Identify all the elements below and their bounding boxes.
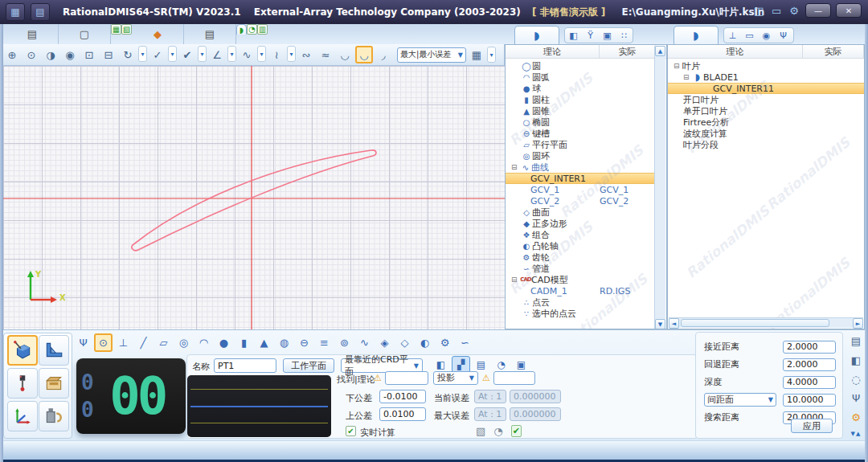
geometry-tool-icon[interactable]: ◇ (395, 333, 414, 352)
error-mode-dropdown[interactable]: 最大|最小误差▼ (397, 47, 466, 63)
view-tool-icon[interactable]: ▾ (257, 46, 266, 62)
toolbox-button[interactable] (39, 368, 69, 399)
action-icon[interactable]: ◔ (493, 425, 502, 437)
view-tool-icon[interactable]: ◉ (61, 46, 79, 63)
minitab-icon[interactable]: Ÿ (582, 31, 599, 41)
side-icon[interactable]: ▤ (851, 335, 861, 347)
scroll-left-icon[interactable]: ◄ (669, 318, 679, 329)
view-tool-icon[interactable]: ▾ (287, 46, 296, 62)
theory-column-header[interactable]: 理论 (668, 45, 803, 58)
view-tool-icon[interactable]: ✔ (178, 46, 196, 63)
view-tool-icon[interactable]: ◑ (42, 46, 59, 63)
geometry-tool-icon[interactable]: ⊚ (335, 333, 354, 352)
chevron-down-icon[interactable]: ▼ (768, 396, 773, 403)
tree-row[interactable]: ▮ 圆柱 (506, 94, 657, 105)
geometry-tool-icon[interactable]: ◐ (416, 333, 434, 352)
axes-button[interactable] (7, 401, 38, 431)
ribbon-tab[interactable]: ▧ (121, 24, 132, 35)
horizontal-scrollbar[interactable]: ◄ ► (669, 317, 863, 328)
tree-row[interactable]: 单开口叶片 (668, 105, 864, 117)
view-tool-icon[interactable]: ≀ (268, 46, 285, 63)
tree-row[interactable]: ◆ 正多边形 (506, 218, 657, 229)
realtime-checkbox[interactable]: ✔ (346, 426, 356, 436)
view-tool-icon[interactable]: ◡ (336, 46, 354, 63)
view-tool-icon[interactable]: ▾ (168, 46, 177, 62)
scrollbar-thumb[interactable] (681, 319, 829, 327)
action-icon[interactable]: ✔ (511, 425, 522, 437)
view-tool-icon[interactable]: ◞ (375, 46, 392, 63)
mode-tab-icon[interactable]: ◧ (432, 356, 450, 373)
tree-row[interactable]: ⚙ 齿轮 (506, 251, 657, 263)
side-icon[interactable]: ◌ (851, 374, 860, 386)
tree-row[interactable]: GCV_2 GCV_2 (506, 195, 657, 206)
minitab-icon[interactable]: ◧ (565, 31, 582, 41)
monitor-link-icon[interactable]: ▭ (770, 5, 783, 17)
blade-tree-tab[interactable]: ◗ (674, 26, 719, 44)
view-tool-icon[interactable]: ∿ (238, 46, 256, 63)
tree-row[interactable]: ◠ 圆弧 (506, 72, 657, 83)
vertical-scrollbar[interactable]: ▲ ▼ (654, 46, 665, 329)
ribbon-tab[interactable]: ▤ (6, 24, 59, 44)
dropdown-arrow[interactable]: ▾ (487, 47, 496, 63)
actual-column-header[interactable]: 实际 (600, 45, 656, 58)
view-tool-icon[interactable]: ◡ (355, 46, 373, 63)
geometry-tool-icon[interactable]: ≡ (315, 333, 334, 352)
tree-row[interactable]: ◐ 凸轮轴 (506, 240, 657, 251)
expander-icon[interactable]: ⊟ (511, 163, 520, 171)
lower-tolerance-input[interactable]: -0.0100 (379, 390, 426, 403)
app-icon[interactable]: ▦ (6, 3, 25, 21)
tree-row[interactable]: ◇ 曲面 (506, 206, 657, 218)
tree-row[interactable]: ● 球 (506, 83, 657, 94)
tree-row[interactable]: ∵ 选中的点云 (506, 308, 657, 319)
expander-icon[interactable]: ⊟ (683, 73, 692, 81)
theory-column-header[interactable]: 理论 (506, 45, 600, 58)
geometry-tool-icon[interactable]: ⊥ (114, 333, 133, 352)
joystick-icon[interactable]: ◫ (752, 5, 765, 17)
scroll-right-icon[interactable]: ► (853, 318, 863, 329)
tree-row[interactable]: ∽ 管道 (506, 263, 657, 274)
minitab-icon[interactable]: ∷ (616, 31, 633, 41)
action-icon[interactable]: ▧ (476, 425, 485, 437)
ribbon-tab[interactable]: ◆ (132, 24, 184, 44)
view-tool-icon[interactable]: ≈ (317, 46, 334, 63)
scroll-down-icon[interactable]: ▼ (655, 319, 665, 329)
machine-link-icon[interactable]: ⚙ (788, 5, 800, 17)
minitab-icon[interactable]: Ψ (775, 31, 792, 41)
apply-button[interactable]: 应用 (791, 419, 833, 433)
view-tool-icon[interactable]: ∾ (297, 46, 315, 63)
grid-options-icon[interactable]: ▦ (468, 46, 485, 63)
geometry-tool-icon[interactable]: ∿ (355, 333, 374, 352)
ribbon-tab[interactable]: ▥ (257, 24, 268, 35)
menu-icon[interactable]: ▤ (31, 3, 50, 21)
tree-row[interactable]: ❖ 组合 (506, 229, 657, 240)
side-icon[interactable]: Ψ (852, 392, 860, 404)
minitab-icon[interactable]: ▣ (599, 31, 616, 41)
ribbon-tab[interactable]: ▤ (184, 24, 236, 44)
machine-tools-button[interactable] (39, 401, 69, 431)
tree-row[interactable]: GCV_INTER11 (668, 83, 864, 94)
feature-tree-tab[interactable]: ◗ (514, 26, 559, 44)
name-input[interactable]: PT1 (214, 358, 276, 373)
view-tool-icon[interactable]: ▾ (138, 46, 147, 62)
tree-row[interactable]: GCV_INTER1 (506, 173, 657, 184)
ribbon-tab[interactable]: ◗ (236, 24, 247, 35)
view-tool-icon[interactable]: ∠ (208, 46, 226, 63)
workplane-button[interactable]: 工作平面 (283, 358, 334, 373)
geometry-tool-icon[interactable]: ⚙ (436, 333, 454, 352)
ribbon-tab[interactable]: ◔ (247, 24, 257, 35)
minitab-icon[interactable]: ▭ (741, 31, 758, 41)
geometry-tool-icon[interactable]: ⊙ (94, 333, 113, 352)
view-tool-icon[interactable]: ▾ (198, 46, 207, 62)
geometry-tool-icon[interactable]: ◠ (194, 333, 213, 352)
actual-column-header[interactable]: 实际 (803, 45, 864, 58)
scroll-up-icon[interactable]: ▲ (655, 46, 665, 56)
geometry-tool-icon[interactable]: ∽ (456, 333, 474, 352)
tree-row[interactable]: ○ 椭圆 (506, 117, 657, 128)
mode-tab-icon[interactable]: ▞ (452, 356, 470, 373)
view-tool-icon[interactable]: ✓ (149, 46, 166, 63)
expander-icon[interactable]: ⊟ (511, 276, 520, 284)
tree-row[interactable]: 叶片分段 (668, 139, 864, 150)
tree-row[interactable]: ∴ 点云 (506, 296, 657, 308)
side-icon[interactable]: ▼▲ (851, 431, 862, 437)
minimize-button[interactable]: — (805, 3, 831, 18)
